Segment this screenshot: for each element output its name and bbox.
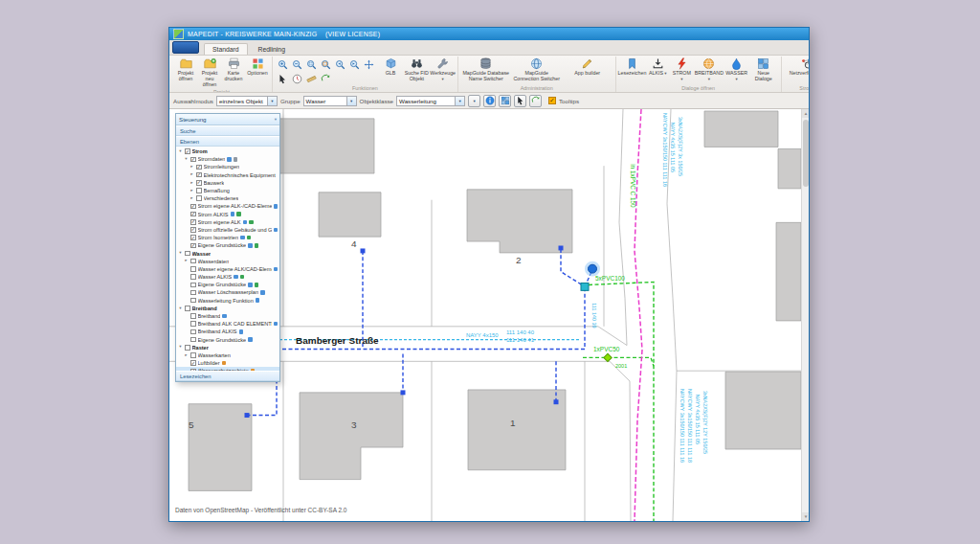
layer-checkbox[interactable]: ✓: [190, 235, 196, 240]
layer-row-eigene-grundst-cke[interactable]: ✓Eigene Grundstücke: [176, 241, 279, 249]
zoom-in-icon[interactable]: [276, 57, 289, 71]
layer-checkbox[interactable]: [190, 283, 196, 288]
collapse-icon[interactable]: ▾: [178, 149, 183, 154]
layer-row-eigene-grundst-cke[interactable]: Eigene Grundstücke: [176, 281, 279, 288]
strom-button[interactable]: STROM ▾: [670, 57, 693, 83]
wasser-button[interactable]: WASSER ▾: [724, 57, 748, 83]
layer-checkbox[interactable]: ✓: [190, 212, 196, 217]
expand-icon[interactable]: ▸: [184, 259, 189, 263]
lesezeichen-button[interactable]: Lesezeichen: [619, 57, 646, 78]
layer-checkbox[interactable]: [185, 345, 190, 351]
zoom-out-icon[interactable]: [290, 57, 303, 71]
layer-row-strom-eigene-alk[interactable]: ✓Strom eigene ALK: [176, 218, 279, 226]
layer-checkbox[interactable]: [185, 251, 190, 257]
scroll-up-icon[interactable]: ▲: [802, 109, 809, 118]
layer-checkbox[interactable]: [190, 290, 196, 296]
auswahlmodus-select[interactable]: einzelnes Objekt ▾: [216, 96, 278, 106]
collapse-icon[interactable]: ▾: [178, 306, 183, 311]
pan-icon[interactable]: [362, 57, 375, 71]
optionen-button[interactable]: Optionen: [246, 57, 269, 78]
layer-checkbox[interactable]: [196, 188, 202, 193]
section-suche[interactable]: Suche: [176, 125, 279, 136]
chevron-down-icon[interactable]: ▾: [346, 97, 356, 105]
layer-checkbox[interactable]: [196, 195, 202, 201]
layer-row-bauwerk[interactable]: ▸✓Bauwerk: [176, 179, 279, 187]
layer-checkbox[interactable]: ✓: [190, 360, 196, 366]
layer-row-bema-ung[interactable]: ▸Bemaßung: [176, 187, 279, 194]
scroll-down-icon[interactable]: ▼: [802, 512, 809, 521]
layer-row-breitband[interactable]: Breitband: [176, 312, 279, 320]
dialog-grid-button[interactable]: [499, 95, 511, 107]
node-marker[interactable]: [401, 390, 406, 395]
layer-row-strom-offizielle-geb-ude-und-grenzen[interactable]: ✓Strom offizielle Gebäude und Grenzen: [176, 226, 279, 234]
zoom-rect-icon[interactable]: [304, 57, 318, 71]
layer-checkbox[interactable]: ✓: [190, 219, 196, 225]
collapse-icon[interactable]: ▾: [184, 157, 189, 162]
layer-row-wasser[interactable]: ▾Wasser: [176, 249, 279, 257]
refresh-button[interactable]: [529, 95, 542, 107]
clock-icon[interactable]: [290, 72, 303, 85]
panel-header[interactable]: Steuerung ▾: [176, 114, 279, 125]
chevron-down-icon[interactable]: ▾: [455, 97, 464, 105]
tab-redlining[interactable]: Redlining: [250, 43, 294, 55]
layer-row-wasser-l-schwasserplan[interactable]: Wasser Löschwasserplan: [176, 288, 279, 296]
expand-icon[interactable]: ▸: [189, 196, 194, 201]
app-menu-button[interactable]: [172, 41, 199, 54]
title-bar[interactable]: MAPEDIT - KREISWERKE MAIN-KINZIG (VIEW L…: [169, 28, 809, 40]
map-vertical-scrollbar[interactable]: ▲ ▼: [801, 109, 809, 521]
layer-row-wasserdaten[interactable]: ▸Wasserdaten: [176, 258, 279, 265]
layer-checkbox[interactable]: ✓: [185, 148, 190, 154]
expand-icon[interactable]: ▸: [184, 353, 189, 358]
neue-dialoge-button[interactable]: Neue Dialoge: [749, 57, 778, 83]
objektklasse-select[interactable]: Wasserleitung ▾: [396, 96, 465, 106]
expand-icon[interactable]: ▸: [189, 172, 194, 177]
alkis-button[interactable]: ALKIS ▾: [646, 57, 669, 78]
zoom-prev-icon[interactable]: [333, 57, 346, 71]
select-mode-button[interactable]: [514, 95, 526, 107]
app-builder-button[interactable]: App builder: [563, 57, 612, 78]
layer-row-breitband-alkis[interactable]: Breitband ALKIS: [176, 328, 279, 335]
expand-icon[interactable]: ▸: [189, 181, 194, 186]
mapguide-connection-switcher-button[interactable]: MapGuide Connection Switcher: [512, 57, 562, 83]
node-marker[interactable]: [559, 246, 564, 251]
layer-checkbox[interactable]: [190, 298, 196, 304]
layer-checkbox[interactable]: ✓: [190, 243, 196, 249]
zoom-fit-icon[interactable]: [319, 57, 332, 71]
collapse-icon[interactable]: ▾: [178, 345, 183, 350]
layer-checkbox[interactable]: [190, 329, 196, 335]
layer-checkbox[interactable]: [190, 266, 196, 272]
selected-node-marker[interactable]: [589, 264, 597, 273]
node-marker[interactable]: [554, 399, 559, 404]
karte-drucken-button[interactable]: Karte drucken: [222, 57, 245, 83]
expand-icon[interactable]: ▸: [189, 165, 194, 170]
layer-row-elektrotechnisches-equipment[interactable]: ▸✓Elektrotechnisches Equipment: [176, 171, 279, 179]
scrollbar-thumb[interactable]: [803, 120, 809, 187]
layer-checkbox[interactable]: ✓: [196, 172, 202, 178]
glb-button[interactable]: GLB: [379, 57, 402, 78]
layer-checkbox[interactable]: [190, 274, 196, 280]
objektklasse-dropdown-button[interactable]: ▾: [468, 95, 480, 107]
refresh-icon[interactable]: [319, 72, 332, 85]
panel-collapse-icon[interactable]: ▾: [275, 117, 277, 122]
ruler-icon[interactable]: [304, 72, 318, 85]
layer-checkbox[interactable]: ✓: [196, 180, 202, 186]
layer-row-strom-alkis[interactable]: ✓Strom ALKIS: [176, 211, 279, 218]
node-marker[interactable]: [361, 248, 366, 253]
layer-row-breitband[interactable]: ▾Breitband: [176, 305, 279, 312]
tooltips-checkbox[interactable]: ✓: [548, 97, 556, 104]
layer-row-eigene-grundst-cke[interactable]: Eigene Grundstücke: [176, 336, 279, 344]
collapse-icon[interactable]: ▾: [178, 251, 183, 256]
layer-checkbox[interactable]: ✓: [190, 157, 196, 163]
layer-checkbox[interactable]: [190, 352, 196, 358]
gruppe-select[interactable]: Wasser ▾: [303, 96, 357, 106]
projekt-ffnen-button[interactable]: Projekt öffnen: [174, 57, 197, 83]
layer-checkbox[interactable]: [185, 306, 190, 311]
layer-row-strom-eigene-alk-cad-elemente[interactable]: ✓Strom eigene ALK-/CAD-Elemente: [176, 202, 279, 210]
layer-row-verschiedenes[interactable]: ▸Verschiedenes: [176, 194, 279, 202]
layer-checkbox[interactable]: [190, 259, 196, 264]
layer-row-breitband-alk-cad-elemente[interactable]: Breitband ALK CAD ELEMENTE: [176, 320, 279, 328]
select-icon[interactable]: [276, 72, 289, 85]
layer-row-strom[interactable]: ▾✓Strom: [176, 147, 279, 155]
section-ebenen[interactable]: Ebenen: [176, 136, 279, 147]
layer-row-strom-isometrien[interactable]: ✓Strom Isometrien: [176, 234, 279, 241]
